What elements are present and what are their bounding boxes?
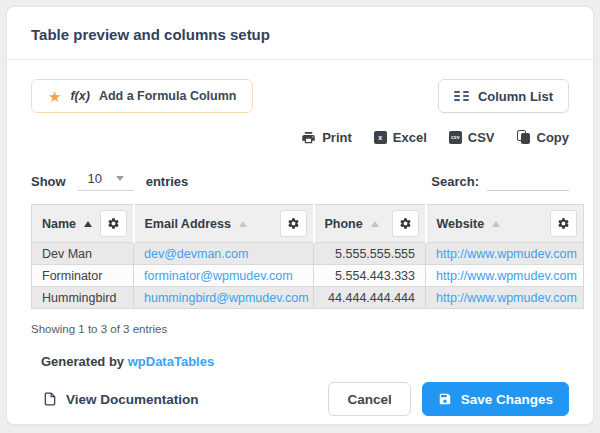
column-list-label: Column List [478, 89, 553, 104]
save-changes-label: Save Changes [461, 392, 553, 407]
entries-length-select[interactable]: 10 [78, 171, 134, 191]
cell-website-link[interactable]: http://www.wpmudev.com [436, 291, 577, 305]
cell-website-link[interactable]: http://www.wpmudev.com [436, 269, 577, 283]
sort-name[interactable]: Name [42, 217, 92, 231]
table-info: Showing 1 to 3 of 3 entries [31, 323, 569, 335]
print-icon [301, 130, 316, 145]
chevron-down-icon [116, 176, 124, 181]
sort-asc-icon [492, 221, 500, 227]
table-row: Hummingbird hummingbird@wpmudev.com 44.4… [32, 287, 584, 309]
show-label: Show [31, 174, 66, 189]
csv-icon: csv [449, 131, 462, 144]
column-header-name: Name [32, 205, 134, 243]
cell-phone: 5.554.443.333 [314, 265, 426, 287]
csv-button[interactable]: csv CSV [449, 130, 495, 145]
gear-icon [557, 217, 570, 230]
copy-icon [517, 130, 531, 144]
page-title: Table preview and columns setup [31, 26, 569, 43]
view-documentation-link[interactable]: View Documentation [43, 391, 199, 407]
column-list-button[interactable]: Column List [438, 79, 569, 113]
sort-email[interactable]: Email Address [145, 217, 247, 231]
table-row: Forminator forminator@wpmudev.com 5.554.… [32, 265, 584, 287]
cell-name: Dev Man [32, 243, 134, 265]
document-icon [43, 391, 57, 407]
wpdatatables-link[interactable]: wpDataTables [128, 354, 214, 369]
column-settings-button-phone[interactable] [392, 210, 419, 237]
gear-icon [399, 217, 412, 230]
cell-phone: 44.444.444.444 [314, 287, 426, 309]
copy-button[interactable]: Copy [517, 130, 570, 145]
sort-website[interactable]: Website [437, 217, 501, 231]
column-settings-button-email[interactable] [280, 210, 307, 237]
add-formula-column-label: Add a Formula Column [99, 89, 237, 103]
gear-icon [287, 217, 300, 230]
cell-email-link[interactable]: forminator@wpmudev.com [144, 269, 293, 283]
sort-asc-icon [239, 221, 247, 227]
column-settings-button-name[interactable] [100, 210, 127, 237]
cell-phone: 5.555.555.555 [314, 243, 426, 265]
copy-label: Copy [537, 130, 570, 145]
sort-asc-icon [84, 221, 92, 227]
column-settings-button-website[interactable] [550, 210, 577, 237]
entries-label: entries [146, 174, 189, 189]
column-header-website: Website [426, 205, 584, 243]
table-row: Dev Man dev@devman.com 5.555.555.555 htt… [32, 243, 584, 265]
cancel-button[interactable]: Cancel [328, 382, 410, 416]
cell-website-link[interactable]: http://www.wpmudev.com [436, 247, 577, 261]
table-setup-dialog: Table preview and columns setup ★ f(x) A… [6, 6, 594, 425]
fx-icon: f(x) [70, 89, 89, 103]
cell-name: Hummingbird [32, 287, 134, 309]
excel-label: Excel [393, 130, 427, 145]
cell-name: Forminator [32, 265, 134, 287]
view-documentation-label: View Documentation [66, 392, 199, 407]
cell-email-link[interactable]: hummingbird@wpmudev.com [144, 291, 309, 305]
column-header-email: Email Address [134, 205, 314, 243]
entries-length-value: 10 [87, 171, 101, 186]
dialog-header: Table preview and columns setup [7, 7, 593, 60]
gear-icon [107, 217, 120, 230]
sort-asc-icon [371, 221, 379, 227]
sort-phone[interactable]: Phone [325, 217, 379, 231]
print-button[interactable]: Print [301, 130, 352, 145]
star-icon: ★ [48, 89, 61, 104]
excel-icon: x [374, 131, 387, 144]
cell-email-link[interactable]: dev@devman.com [144, 247, 248, 261]
search-label: Search: [431, 174, 479, 191]
generated-by: Generated by wpDataTables [41, 354, 569, 369]
dialog-body: ★ f(x) Add a Formula Column Column List … [7, 60, 593, 424]
csv-label: CSV [468, 130, 495, 145]
search-input[interactable] [487, 171, 569, 191]
add-formula-column-button[interactable]: ★ f(x) Add a Formula Column [31, 79, 253, 113]
column-header-phone: Phone [314, 205, 426, 243]
save-changes-button[interactable]: Save Changes [422, 382, 569, 416]
save-icon [438, 392, 452, 406]
print-label: Print [322, 130, 352, 145]
excel-button[interactable]: x Excel [374, 130, 427, 145]
preview-table: Name E [31, 204, 584, 309]
column-list-icon [454, 91, 469, 101]
